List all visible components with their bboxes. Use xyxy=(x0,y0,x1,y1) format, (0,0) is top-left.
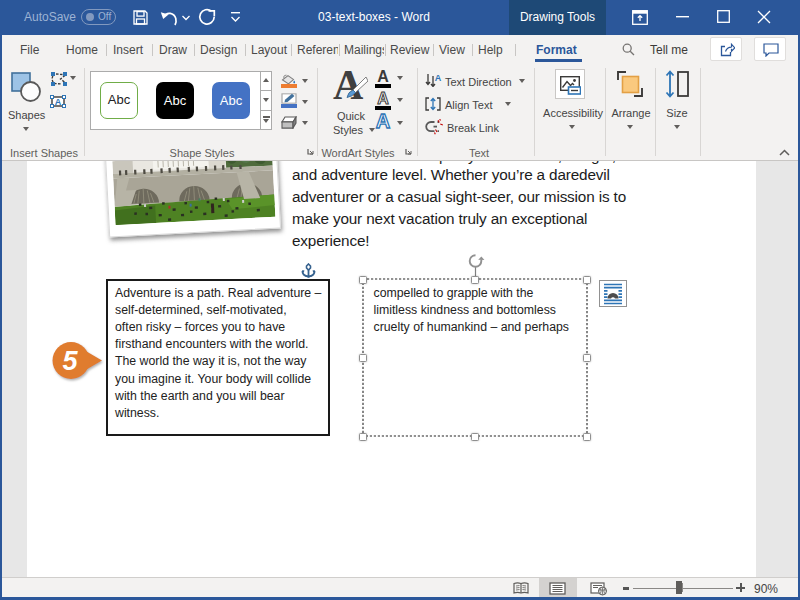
svg-text:A: A xyxy=(435,74,442,83)
svg-text:A: A xyxy=(55,97,62,107)
svg-text:5: 5 xyxy=(62,346,78,376)
